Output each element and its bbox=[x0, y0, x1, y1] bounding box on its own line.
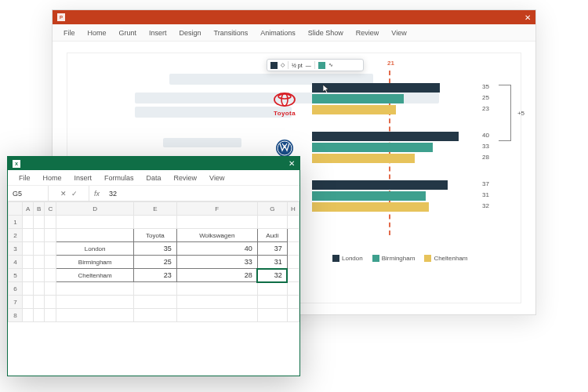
col-header[interactable]: F bbox=[176, 202, 257, 216]
svg-point-0 bbox=[274, 93, 295, 106]
bar-audi-cheltenham[interactable] bbox=[312, 202, 429, 212]
col-header[interactable]: E bbox=[133, 202, 176, 216]
cell[interactable]: 40 bbox=[176, 242, 257, 256]
cell[interactable]: 33 bbox=[176, 256, 257, 269]
excel-icon: X bbox=[13, 160, 20, 168]
pp-tab-slideshow[interactable]: Slide Show bbox=[302, 29, 350, 37]
cell[interactable]: 23 bbox=[133, 269, 176, 282]
color-swatch[interactable] bbox=[318, 62, 325, 69]
row-header[interactable]: 2 bbox=[9, 229, 23, 242]
bar-value: 28 bbox=[482, 154, 489, 161]
cell[interactable]: 28 bbox=[176, 269, 257, 282]
xl-ribbon-tabs: File Home Insert Formulas Data Review Vi… bbox=[8, 170, 299, 186]
chart-type-icon[interactable]: ∿ bbox=[328, 62, 333, 68]
cell[interactable]: Wolkswagen bbox=[176, 229, 257, 242]
col-header[interactable]: B bbox=[34, 202, 45, 216]
powerpoint-icon: P bbox=[57, 13, 65, 21]
pp-tab-design[interactable]: Design bbox=[173, 29, 208, 37]
line-style-icon[interactable]: — bbox=[306, 63, 311, 68]
confirm-icon[interactable]: ✓ bbox=[71, 190, 78, 198]
selected-cell[interactable]: 32 bbox=[257, 269, 287, 282]
row-header[interactable]: 1 bbox=[9, 216, 23, 229]
bar-vw-birmingham[interactable] bbox=[312, 143, 433, 152]
row-header[interactable]: 3 bbox=[9, 242, 23, 256]
pp-ribbon-tabs: File Home Grunt Insert Design Transition… bbox=[53, 24, 535, 42]
bar-audi-birmingham[interactable] bbox=[312, 191, 426, 201]
diff-value: +5 bbox=[517, 110, 524, 117]
close-icon[interactable]: ✕ bbox=[524, 13, 531, 22]
svg-point-2 bbox=[278, 94, 291, 99]
formula-controls: ✕ ✓ bbox=[49, 186, 89, 201]
name-box[interactable]: G5 bbox=[8, 186, 49, 201]
bar-group-vw: 40 33 28 bbox=[312, 132, 477, 165]
col-header[interactable]: D bbox=[56, 202, 133, 216]
cell[interactable]: Birmingham bbox=[56, 256, 133, 269]
pp-tab-home[interactable]: Home bbox=[82, 29, 113, 37]
col-header[interactable]: C bbox=[45, 202, 56, 216]
cell[interactable]: 31 bbox=[257, 256, 287, 269]
xl-tab-data[interactable]: Data bbox=[140, 174, 168, 182]
legend-label: Cheltenham bbox=[434, 255, 467, 262]
shape-format-toolbar[interactable]: ◇ ½ pt — ∿ bbox=[267, 59, 364, 71]
legend-label: Birmingham bbox=[382, 255, 416, 262]
pp-tab-grunt[interactable]: Grunt bbox=[113, 29, 143, 37]
cancel-icon[interactable]: ✕ bbox=[60, 190, 67, 198]
row-header[interactable]: 7 bbox=[9, 296, 23, 309]
pp-tab-insert[interactable]: Insert bbox=[143, 29, 173, 37]
xl-tab-formulas[interactable]: Formulas bbox=[98, 174, 140, 182]
cell[interactable]: 37 bbox=[257, 242, 287, 256]
row-header[interactable]: 4 bbox=[9, 256, 23, 269]
fill-swatch[interactable] bbox=[270, 62, 278, 69]
svg-point-1 bbox=[281, 93, 288, 106]
outline-icon[interactable]: ◇ bbox=[281, 62, 285, 68]
bar-value: 25 bbox=[482, 94, 489, 101]
formula-value[interactable]: 32 bbox=[104, 190, 122, 198]
cell[interactable] bbox=[56, 229, 133, 242]
brand-label: Toyota bbox=[262, 110, 307, 117]
xl-tab-home[interactable]: Home bbox=[37, 174, 68, 182]
row-header[interactable]: 5 bbox=[9, 269, 23, 282]
legend-label: London bbox=[342, 255, 363, 262]
bar-value: 33 bbox=[482, 143, 489, 150]
cell[interactable]: Cheltenham bbox=[56, 269, 133, 282]
pp-tab-view[interactable]: View bbox=[385, 29, 412, 37]
cell[interactable]: 25 bbox=[133, 256, 176, 269]
bar-value: 31 bbox=[482, 191, 489, 198]
diff-bracket: +5 bbox=[499, 85, 511, 141]
pp-tab-animations[interactable]: Animations bbox=[254, 29, 302, 37]
xl-tab-file[interactable]: File bbox=[13, 174, 37, 182]
bar-group-audi: 37 31 32 bbox=[312, 180, 477, 213]
formula-bar: G5 ✕ ✓ fx 32 bbox=[8, 186, 299, 201]
bar-toyota-london[interactable] bbox=[312, 83, 440, 93]
col-header[interactable]: G bbox=[257, 202, 287, 216]
xl-tab-insert[interactable]: Insert bbox=[68, 174, 99, 182]
line-weight[interactable]: ½ pt bbox=[292, 63, 303, 68]
xl-tab-review[interactable]: Review bbox=[168, 174, 204, 182]
cell[interactable]: London bbox=[56, 242, 133, 256]
bar-toyota-cheltenham[interactable] bbox=[312, 105, 396, 114]
row-header[interactable]: 8 bbox=[9, 309, 23, 322]
pp-titlebar[interactable]: P ✕ bbox=[53, 10, 535, 24]
reference-line-label: 21 bbox=[387, 60, 394, 67]
col-header[interactable]: A bbox=[23, 202, 34, 216]
select-all-corner[interactable] bbox=[9, 202, 23, 216]
cell[interactable]: Toyota bbox=[133, 229, 176, 242]
bar-vw-cheltenham[interactable] bbox=[312, 154, 415, 163]
bar-vw-london[interactable] bbox=[312, 132, 459, 141]
cell[interactable]: 35 bbox=[133, 242, 176, 256]
col-header[interactable]: H bbox=[287, 202, 299, 216]
spreadsheet-grid[interactable]: ABCDEFGH 1 2ToyotaWolkswagenAudi 3London… bbox=[8, 201, 299, 322]
bar-audi-london[interactable] bbox=[312, 180, 448, 190]
bar-toyota-birmingham[interactable] bbox=[312, 94, 404, 103]
pp-tab-file[interactable]: File bbox=[57, 29, 82, 37]
cell[interactable]: Audi bbox=[257, 229, 287, 242]
pp-tab-transitions[interactable]: Transitions bbox=[208, 29, 255, 37]
xl-tab-view[interactable]: View bbox=[203, 174, 230, 182]
xl-titlebar[interactable]: X ✕ bbox=[8, 157, 299, 170]
fx-label[interactable]: fx bbox=[89, 190, 104, 198]
brand-toyota: Toyota bbox=[262, 89, 307, 117]
row-header[interactable]: 6 bbox=[9, 282, 23, 296]
pp-tab-review[interactable]: Review bbox=[350, 29, 386, 37]
chart-legend: London Birmingham Cheltenham bbox=[332, 255, 468, 262]
close-icon[interactable]: ✕ bbox=[289, 159, 295, 168]
